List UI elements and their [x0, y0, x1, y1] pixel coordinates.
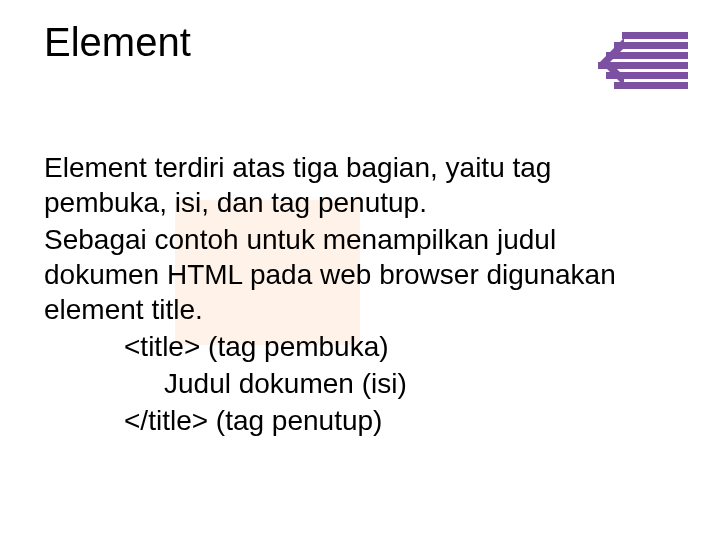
page-title: Element [44, 20, 191, 65]
p1-part-a: Element terdiri atas tiga bagian, yaitu [44, 152, 512, 183]
svg-rect-5 [614, 82, 688, 89]
body-text: Element terdiri atas tiga bagian, yaitu … [44, 150, 654, 440]
svg-rect-1 [614, 42, 688, 49]
example-line-1: <title> (tag pembuka) [124, 329, 654, 364]
paragraph-2: Sebagai contoh untuk menampilkan judul d… [44, 222, 654, 327]
svg-rect-0 [622, 32, 688, 39]
logo-icon [590, 28, 690, 98]
example-line-3: </title> (tag penutup) [124, 403, 654, 438]
paragraph-1: Element terdiri atas tiga bagian, yaitu … [44, 150, 654, 220]
p2-part-a: Sebagai contoh untuk menampilkan judul d… [44, 224, 616, 290]
slide: Element Element terdiri atas tiga bagian… [0, 0, 720, 540]
p2-part-b: element title. [44, 294, 203, 325]
example-line-2: Judul dokumen (isi) [164, 366, 654, 401]
